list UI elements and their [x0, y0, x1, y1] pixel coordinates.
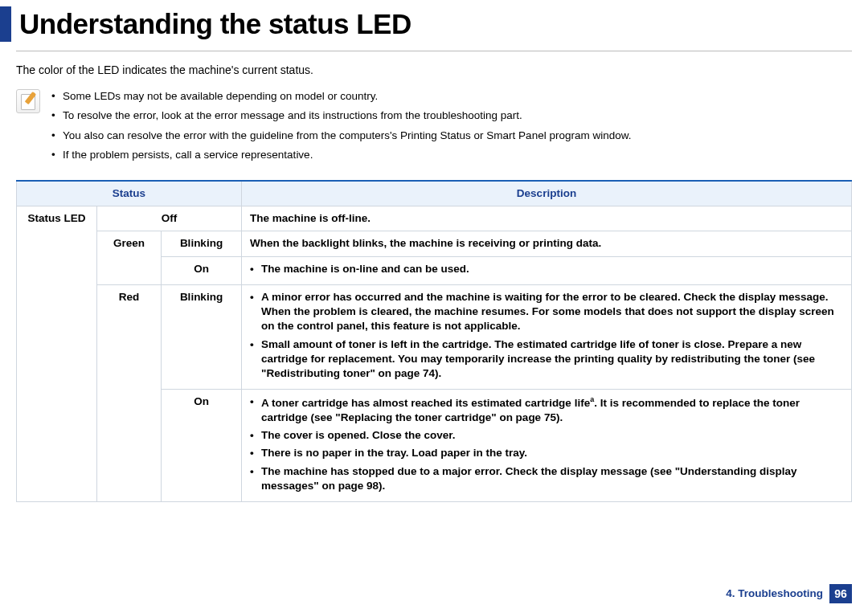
cell-state-blinking: Blinking — [162, 284, 242, 389]
note-text: program window. — [547, 129, 632, 141]
note-em: Printing Status or Smart Panel — [400, 129, 547, 141]
cell-row-label: Status LED — [17, 206, 97, 502]
footer-page-number: 96 — [829, 584, 852, 603]
list-item: A minor error has occurred and the machi… — [250, 290, 843, 334]
list-item: A toner cartridge has almost reached its… — [250, 394, 843, 425]
note-item: You also can resolve the error with the … — [51, 129, 852, 143]
cell-color-red: Red — [97, 284, 162, 501]
list-item: The cover is opened. Close the cover. — [250, 428, 843, 443]
page-title-row: Understanding the status LED — [0, 0, 868, 51]
table-row: Red Blinking A minor error has occurred … — [17, 284, 852, 389]
th-status: Status — [17, 181, 242, 206]
cell-desc-red-on: A toner cartridge has almost reached its… — [242, 390, 852, 502]
table-row: Green Blinking When the backlight blinks… — [17, 231, 852, 256]
cell-state-on: On — [162, 390, 242, 502]
cell-state-off: Off — [97, 206, 242, 231]
table-row: Status LED Off The machine is off-line. — [17, 206, 852, 231]
note-list: Some LEDs may not be available depending… — [51, 89, 852, 167]
cell-state-on: On — [162, 256, 242, 284]
cell-desc-green-blinking: When the backlight blinks, the machine i… — [242, 231, 852, 256]
list-item: The machine has stopped due to a major e… — [250, 464, 843, 493]
cell-desc-red-blinking: A minor error has occurred and the machi… — [242, 284, 852, 389]
th-description: Description — [242, 181, 852, 206]
note-box: Some LEDs may not be available depending… — [16, 89, 852, 167]
status-led-table: Status Description Status LED Off The ma… — [16, 180, 852, 502]
note-item: If the problem persists, call a service … — [51, 148, 852, 162]
title-accent-bar — [0, 6, 11, 42]
note-item: To resolve the error, look at the error … — [51, 108, 852, 123]
footer-chapter: 4. Troubleshooting — [726, 586, 823, 601]
desc-text: A toner cartridge has almost reached its… — [261, 397, 590, 409]
list-item: The machine is on-line and can be used. — [250, 262, 843, 276]
divider — [16, 51, 852, 51]
note-icon — [16, 89, 40, 113]
note-item: Some LEDs may not be available depending… — [51, 89, 852, 104]
note-text: You also can resolve the error with the … — [63, 129, 400, 141]
cell-state-blinking: Blinking — [162, 231, 242, 256]
cell-desc-green-on: The machine is on-line and can be used. — [242, 256, 852, 284]
cell-color-green: Green — [97, 231, 162, 284]
page-title: Understanding the status LED — [19, 5, 411, 43]
list-item: Small amount of toner is left in the car… — [250, 337, 843, 382]
list-item: There is no paper in the tray. Load pape… — [250, 446, 843, 460]
page-footer: 4. Troubleshooting 96 — [726, 584, 852, 603]
intro-text: The color of the LED indicates the machi… — [16, 63, 852, 78]
cell-desc-off: The machine is off-line. — [242, 206, 852, 231]
